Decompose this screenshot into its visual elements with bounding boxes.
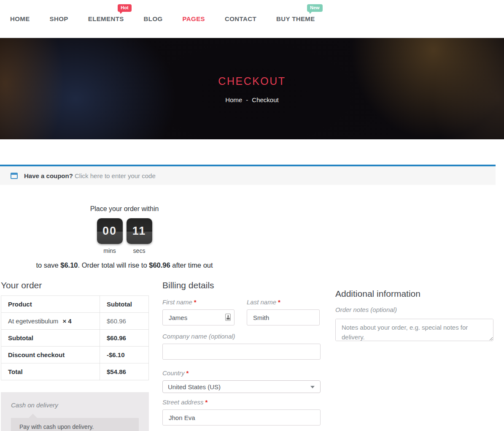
hero-banner: CHECKOUT Home - Checkout bbox=[0, 38, 504, 139]
nav-item-contact[interactable]: CONTACT bbox=[225, 15, 256, 22]
required-asterisk: * bbox=[194, 298, 197, 306]
required-asterisk: * bbox=[186, 369, 189, 377]
countdown-minutes-unit: 00 mins bbox=[97, 218, 123, 254]
order-product-row: At egetvestibulum × 4 $60.96 bbox=[1, 313, 149, 330]
window-icon bbox=[11, 173, 18, 179]
breadcrumb: Home - Checkout bbox=[225, 96, 278, 103]
hot-badge: Hot bbox=[118, 4, 131, 12]
countdown-heading: Place your order within bbox=[0, 205, 249, 213]
additional-information-section: Additional information Order notes (opti… bbox=[335, 280, 493, 343]
breadcrumb-home-link[interactable]: Home bbox=[225, 96, 242, 103]
save-prefix: to save bbox=[36, 261, 60, 269]
new-badge: New bbox=[307, 4, 323, 12]
countdown-minutes: 00 bbox=[97, 218, 123, 244]
nav-item-elements[interactable]: ELEMENTS Hot bbox=[88, 15, 124, 22]
street-address-label: Street address* bbox=[162, 399, 321, 405]
nav-item-buy-theme-label: BUY THEME bbox=[276, 15, 315, 22]
order-notes-label: Order notes (optional) bbox=[335, 306, 493, 313]
billing-details-section: Billing details First name* Last name* C… bbox=[162, 280, 321, 426]
first-name-label-text: First name bbox=[162, 298, 192, 306]
breadcrumb-separator: - bbox=[246, 96, 248, 103]
order-notes-field[interactable] bbox=[335, 319, 493, 341]
nav-item-shop[interactable]: SHOP bbox=[50, 15, 68, 22]
company-name-label: Company name (optional) bbox=[162, 333, 321, 339]
rise-amount: $60.96 bbox=[149, 261, 170, 269]
last-name-field[interactable] bbox=[247, 309, 320, 325]
coupon-text: Have a coupon? Click here to enter your … bbox=[24, 172, 156, 179]
countdown-save-message: to save $6.10. Order total will rise to … bbox=[0, 261, 249, 269]
last-name-label: Last name* bbox=[247, 299, 320, 305]
country-select-value: United States (US) bbox=[168, 383, 221, 390]
page-title: CHECKOUT bbox=[218, 75, 286, 87]
discount-label: Discount checkout bbox=[1, 347, 100, 363]
countdown-clock: 00 mins 11 secs bbox=[0, 218, 249, 254]
order-table-header-row: Product Subtotal bbox=[1, 296, 149, 313]
your-order-section: Your order Product Subtotal At egetvesti… bbox=[1, 280, 149, 431]
checkout-main: Your order Product Subtotal At egetvesti… bbox=[0, 280, 504, 431]
street-address-label-text: Street address bbox=[162, 398, 204, 406]
nav-item-pages[interactable]: PAGES bbox=[183, 15, 205, 22]
save-suffix: after time out bbox=[170, 261, 213, 269]
name-fields-row: First name* Last name* bbox=[162, 290, 321, 325]
required-asterisk: * bbox=[278, 298, 280, 306]
country-select[interactable]: United States (US) bbox=[162, 380, 321, 393]
company-name-field[interactable] bbox=[162, 344, 321, 360]
countdown-seconds-unit: 11 secs bbox=[127, 218, 152, 254]
nav-item-blog[interactable]: BLOG bbox=[144, 15, 163, 22]
additional-information-heading: Additional information bbox=[335, 289, 493, 299]
countdown-section: Place your order within 00 mins 11 secs … bbox=[0, 205, 249, 269]
subtotal-value: $60.96 bbox=[100, 330, 149, 347]
payment-method-box: Cash on delivery Pay with cash upon deli… bbox=[1, 392, 149, 431]
save-amount: $6.10 bbox=[60, 261, 78, 269]
product-quantity: × 4 bbox=[62, 317, 71, 325]
countdown-seconds-label: secs bbox=[133, 247, 146, 254]
country-label: Country* bbox=[162, 370, 321, 376]
first-name-label: First name* bbox=[162, 299, 234, 305]
order-subtotal-row: Subtotal $60.96 bbox=[1, 330, 149, 347]
nav-item-buy-theme[interactable]: BUY THEME New bbox=[276, 15, 315, 22]
order-col-product: Product bbox=[1, 296, 100, 313]
chevron-down-icon bbox=[310, 386, 315, 388]
first-name-field[interactable] bbox=[162, 309, 234, 325]
required-asterisk: * bbox=[205, 398, 208, 406]
coupon-bar: Have a coupon? Click here to enter your … bbox=[0, 165, 496, 185]
street-address-field[interactable] bbox=[162, 409, 321, 426]
total-value: $54.86 bbox=[100, 363, 149, 380]
autofill-contact-icon[interactable] bbox=[225, 314, 231, 321]
total-label: Total bbox=[1, 363, 100, 380]
order-total-row: Total $54.86 bbox=[1, 363, 149, 380]
countdown-minutes-label: mins bbox=[103, 247, 116, 254]
order-col-subtotal: Subtotal bbox=[100, 296, 149, 313]
product-name: At egetvestibulum bbox=[8, 317, 58, 325]
coupon-toggle-link[interactable]: Click here to enter your code bbox=[75, 172, 156, 179]
product-price: $60.96 bbox=[100, 313, 149, 330]
nav-item-home[interactable]: HOME bbox=[10, 15, 30, 22]
subtotal-label: Subtotal bbox=[1, 330, 100, 347]
your-order-heading: Your order bbox=[1, 280, 149, 290]
order-discount-row: Discount checkout -$6.10 bbox=[1, 347, 149, 363]
billing-details-heading: Billing details bbox=[162, 280, 321, 290]
discount-value: -$6.10 bbox=[100, 347, 149, 363]
top-nav: HOME SHOP ELEMENTS Hot BLOG PAGES CONTAC… bbox=[0, 0, 504, 38]
payment-method-cash-on-delivery[interactable]: Cash on delivery bbox=[11, 401, 139, 409]
nav-item-elements-label: ELEMENTS bbox=[88, 15, 124, 22]
payment-method-description: Pay with cash upon delivery. bbox=[11, 418, 139, 431]
last-name-label-text: Last name bbox=[247, 298, 276, 306]
order-table: Product Subtotal At egetvestibulum × 4 $… bbox=[1, 295, 149, 380]
breadcrumb-current: Checkout bbox=[252, 96, 278, 103]
coupon-question: Have a coupon? bbox=[24, 172, 73, 179]
countdown-seconds: 11 bbox=[127, 218, 152, 244]
save-middle: . Order total will rise to bbox=[78, 261, 149, 269]
country-label-text: Country bbox=[162, 369, 185, 377]
